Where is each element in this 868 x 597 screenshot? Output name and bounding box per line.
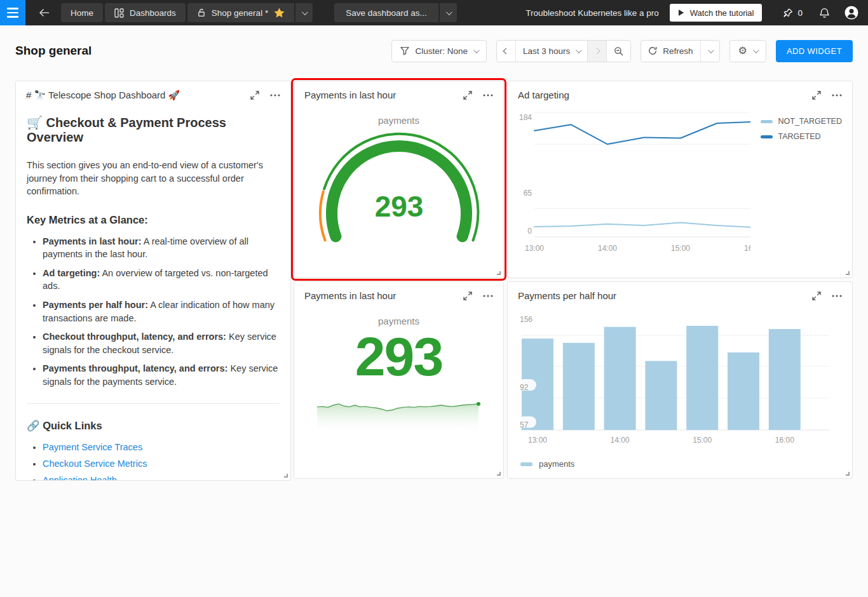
payments-per-half-hour-widget: Payments per half hour 156925713:0014:00… xyxy=(507,281,853,479)
expand-icon xyxy=(812,91,821,100)
time-range-button[interactable]: Last 3 hours xyxy=(515,41,587,62)
dashboard-toolbar: Cluster: None Last 3 hours Refresh ⚙ xyxy=(391,40,853,62)
svg-text:57: 57 xyxy=(520,420,529,429)
ad-targeting-line-chart: 18465013:0014:0015:0016:00 xyxy=(518,104,750,256)
metric-item: Checkout throughput, latency, and errors… xyxy=(43,330,280,356)
number-metric-label: payments xyxy=(378,316,419,326)
chevron-down-icon xyxy=(753,47,759,53)
dashboard-tabs: Home Dashboards Shop general * Save dash… xyxy=(61,3,457,22)
resize-handle[interactable] xyxy=(497,271,501,275)
expand-widget-button[interactable] xyxy=(463,292,472,300)
widget-actions xyxy=(812,292,842,300)
resize-handle[interactable] xyxy=(284,474,288,478)
markdown-body: 🛒 Checkout & Payment Process Overview Th… xyxy=(16,101,290,481)
bar-chart-legend[interactable]: payments xyxy=(520,459,852,469)
legend-item[interactable]: TARGETED xyxy=(761,132,842,141)
chevron-down-icon xyxy=(473,47,480,53)
quick-link[interactable]: Checkout Service Metrics xyxy=(43,459,147,469)
expand-widget-button[interactable] xyxy=(812,91,821,100)
payments-bar-chart: 156925713:0014:0015:0016:00 xyxy=(518,304,843,453)
svg-text:15:00: 15:00 xyxy=(671,244,690,253)
widget-header: Payments in last hour xyxy=(294,81,503,100)
quick-link-item: Checkout Service Metrics xyxy=(43,459,280,469)
resize-handle[interactable] xyxy=(846,271,850,275)
dashboards-icon xyxy=(114,8,124,18)
ellipsis-icon xyxy=(832,94,842,97)
watch-tutorial-label: Watch the tutorial xyxy=(690,8,754,18)
save-dashboard-as-button[interactable]: Save dashboard as... xyxy=(334,3,438,22)
refresh-options-chevron[interactable] xyxy=(700,41,719,62)
resize-handle[interactable] xyxy=(846,472,850,476)
add-widget-button[interactable]: ADD WIDGET xyxy=(776,40,853,62)
expand-widget-button[interactable] xyxy=(812,292,821,300)
refresh-button[interactable]: Refresh xyxy=(641,41,700,62)
save-dashboard-options-chevron[interactable] xyxy=(440,3,457,22)
svg-text:13:00: 13:00 xyxy=(525,244,544,253)
svg-text:92: 92 xyxy=(520,383,529,392)
svg-text:293: 293 xyxy=(374,190,423,223)
watch-tutorial-button[interactable]: Watch the tutorial xyxy=(670,4,763,22)
bell-icon xyxy=(819,8,830,18)
quick-link[interactable]: Payment Service Traces xyxy=(43,442,142,452)
metric-item: Payments per half hour: A clear indicati… xyxy=(43,298,280,325)
metric-item: Ad targeting: An overview of targeted vs… xyxy=(43,267,280,293)
chart-area: 156925713:0014:0015:0016:00 xyxy=(508,304,852,456)
expand-icon xyxy=(812,292,821,300)
chart-legend: NOT_TARGETEDTARGETED xyxy=(761,117,842,256)
expand-icon xyxy=(463,91,472,100)
ad-targeting-widget: Ad targeting 18465013:0014:0015:0016:00 … xyxy=(507,81,853,278)
cluster-filter-label: Cluster: None xyxy=(415,46,468,56)
widget-menu-button[interactable] xyxy=(483,94,493,97)
tab-home[interactable]: Home xyxy=(61,3,103,22)
ellipsis-icon xyxy=(270,94,280,97)
widget-menu-button[interactable] xyxy=(270,94,280,97)
expand-icon xyxy=(250,91,259,100)
widget-title: # 🔭 Telescope Shop Dashboard 🚀 xyxy=(26,90,250,101)
expand-widget-button[interactable] xyxy=(463,91,472,100)
save-dashboard-as-label: Save dashboard as... xyxy=(346,8,427,18)
payments-sparkline xyxy=(316,391,482,435)
time-range-group: Last 3 hours xyxy=(496,40,631,62)
pinned-items-button[interactable]: 0 xyxy=(783,8,803,18)
widget-header: # 🔭 Telescope Shop Dashboard 🚀 xyxy=(16,81,290,101)
chart-area: 18465013:0014:0015:0016:00 NOT_TARGETEDT… xyxy=(508,104,852,256)
user-avatar[interactable] xyxy=(844,5,859,20)
promo-text: Troubleshoot Kubernetes like a pro xyxy=(526,8,659,18)
tab-home-label: Home xyxy=(71,8,93,18)
back-arrow-icon xyxy=(39,8,50,17)
expand-widget-button[interactable] xyxy=(250,91,259,100)
favorite-star-icon[interactable] xyxy=(274,8,285,18)
markdown-heading: 🛒 Checkout & Payment Process Overview xyxy=(27,115,280,145)
chevron-down-icon xyxy=(708,47,714,53)
svg-text:16:00: 16:00 xyxy=(744,244,750,253)
widget-menu-button[interactable] xyxy=(832,295,842,297)
widget-menu-button[interactable] xyxy=(483,295,493,297)
tab-shop-general[interactable]: Shop general * xyxy=(187,3,294,22)
refresh-icon xyxy=(648,46,657,55)
svg-text:13:00: 13:00 xyxy=(528,436,547,445)
back-button[interactable] xyxy=(33,3,55,22)
time-back-button[interactable] xyxy=(497,41,515,62)
markdown-intro: This section gives you an end-to-end vie… xyxy=(27,159,280,198)
ellipsis-icon xyxy=(483,295,493,297)
cluster-filter-button[interactable]: Cluster: None xyxy=(391,40,487,62)
quick-link[interactable]: Application Health xyxy=(43,475,117,481)
tab-shop-general-menu-chevron[interactable] xyxy=(295,3,313,22)
page-header: Shop general Cluster: None Last 3 hours … xyxy=(0,25,868,76)
widget-title: Payments in last hour xyxy=(304,290,463,301)
tab-dashboards[interactable]: Dashboards xyxy=(105,3,186,22)
filter-funnel-icon xyxy=(400,46,409,55)
zoom-out-time-button[interactable] xyxy=(606,41,630,62)
widget-header: Ad targeting xyxy=(508,81,852,100)
notifications-button[interactable] xyxy=(819,8,830,18)
menu-button[interactable] xyxy=(0,0,25,25)
chevron-down-icon xyxy=(446,9,452,15)
widget-menu-button[interactable] xyxy=(832,94,842,97)
legend-swatch xyxy=(761,135,773,138)
settings-button[interactable]: ⚙ xyxy=(729,40,766,62)
time-forward-button[interactable] xyxy=(587,41,606,62)
tab-dashboards-label: Dashboards xyxy=(130,8,176,18)
legend-item[interactable]: NOT_TARGETED xyxy=(761,117,842,126)
svg-text:156: 156 xyxy=(520,315,532,324)
resize-handle[interactable] xyxy=(497,472,501,476)
